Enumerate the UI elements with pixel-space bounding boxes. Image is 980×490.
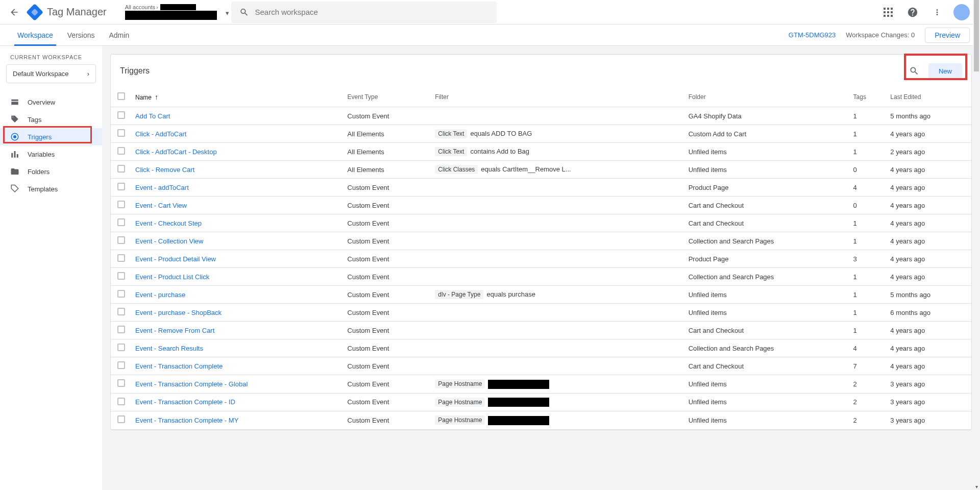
back-button[interactable] (4, 2, 24, 22)
trigger-name-link[interactable]: Event - Collection View (135, 237, 203, 245)
folders-icon (10, 167, 19, 176)
row-checkbox[interactable] (117, 290, 125, 298)
trigger-name-link[interactable]: Event - Transaction Complete - MY (135, 416, 238, 424)
table-row[interactable]: Event - Remove From CartCustom EventCart… (111, 322, 971, 339)
tag-manager-logo-icon (26, 4, 43, 21)
table-row[interactable]: Event - Cart ViewCustom EventCart and Ch… (111, 197, 971, 214)
trigger-name-link[interactable]: Event - Search Results (135, 345, 203, 352)
row-checkbox[interactable] (117, 111, 125, 119)
tab-admin[interactable]: Admin (102, 24, 136, 46)
row-checkbox[interactable] (117, 201, 125, 208)
tags-count: 0 (849, 197, 887, 214)
filter-chip: Page Hostname (435, 398, 485, 407)
event-type: All Elements (344, 161, 431, 179)
row-checkbox[interactable] (117, 344, 125, 351)
table-row[interactable]: Event - Product Detail ViewCustom EventP… (111, 250, 971, 268)
row-checkbox[interactable] (117, 129, 125, 137)
trigger-name-link[interactable]: Event - Cart View (135, 202, 187, 209)
search-box[interactable] (231, 2, 497, 23)
row-checkbox[interactable] (117, 147, 125, 155)
container-id[interactable]: GTM-5DMG923 (789, 31, 836, 39)
table-row[interactable]: Event - Product List ClickCustom EventCo… (111, 268, 971, 286)
row-checkbox[interactable] (117, 308, 125, 315)
row-checkbox[interactable] (117, 183, 125, 190)
row-checkbox[interactable] (117, 415, 125, 423)
preview-button[interactable]: Preview (925, 28, 970, 43)
tab-workspace[interactable]: Workspace (10, 24, 60, 46)
folder-cell: Cart and Checkout (684, 214, 849, 232)
workspace-selector[interactable]: Default Workspace › (6, 64, 96, 83)
table-row[interactable]: Event - addToCartCustom EventProduct Pag… (111, 179, 971, 197)
trigger-name-link[interactable]: Event - addToCart (135, 184, 189, 191)
trigger-name-link[interactable]: Click - AddToCart (135, 130, 186, 138)
row-checkbox[interactable] (117, 326, 125, 333)
table-row[interactable]: Event - purchase - ShopBackCustom EventU… (111, 304, 971, 322)
col-folder[interactable]: Folder (684, 87, 849, 107)
sidebar-item-overview[interactable]: Overview (0, 93, 102, 111)
trigger-name-link[interactable]: Click - AddToCart - Desktop (135, 148, 217, 156)
table-row[interactable]: Event - purchaseCustom Eventdlv - Page T… (111, 286, 971, 304)
row-checkbox[interactable] (117, 236, 125, 244)
scrollbar-thumb[interactable] (974, 0, 979, 71)
table-row[interactable]: Click - Remove CartAll ElementsClick Cla… (111, 161, 971, 179)
col-tags[interactable]: Tags (849, 87, 887, 107)
table-row[interactable]: Event - Transaction Complete - IDCustom … (111, 393, 971, 411)
trigger-name-link[interactable]: Event - Checkout Step (135, 219, 202, 227)
sidebar-item-triggers[interactable]: Triggers (0, 128, 102, 145)
col-name[interactable]: Name↑ (131, 87, 344, 107)
more-vert-icon (933, 8, 942, 17)
tags-count: 2 (849, 375, 887, 394)
table-row[interactable]: Event - Transaction Complete - GlobalCus… (111, 375, 971, 394)
search-input[interactable] (255, 8, 488, 16)
panel-search-button[interactable] (904, 61, 924, 81)
more-menu-button[interactable] (927, 2, 947, 22)
new-trigger-button[interactable]: New (928, 63, 962, 79)
user-avatar[interactable] (953, 4, 970, 20)
trigger-name-link[interactable]: Event - Product Detail View (135, 255, 216, 263)
search-icon (909, 66, 919, 76)
col-edited[interactable]: Last Edited (886, 87, 971, 107)
trigger-name-link[interactable]: Event - purchase - ShopBack (135, 309, 222, 316)
trigger-name-link[interactable]: Event - Product List Click (135, 273, 209, 281)
table-row[interactable]: Event - Search ResultsCustom EventCollec… (111, 339, 971, 357)
filter-chip: dlv - Page Type (435, 290, 483, 299)
col-event[interactable]: Event Type (344, 87, 431, 107)
row-checkbox[interactable] (117, 165, 125, 173)
row-checkbox[interactable] (117, 398, 125, 405)
col-filter[interactable]: Filter (431, 87, 684, 107)
row-checkbox[interactable] (117, 361, 125, 369)
table-row[interactable]: Click - AddToCartAll ElementsClick Texte… (111, 125, 971, 143)
sidebar-item-tags[interactable]: Tags (0, 111, 102, 128)
trigger-name-link[interactable]: Event - Remove From Cart (135, 327, 214, 334)
table-row[interactable]: Click - AddToCart - DesktopAll ElementsC… (111, 143, 971, 161)
table-row[interactable]: Add To CartCustom EventGA4 Shopify Data1… (111, 107, 971, 125)
event-type: Custom Event (344, 232, 431, 250)
scrollbar[interactable]: ▾ (973, 0, 980, 490)
sidebar-item-templates[interactable]: Templates (0, 180, 102, 198)
trigger-name-link[interactable]: Click - Remove Cart (135, 166, 194, 174)
tab-versions[interactable]: Versions (60, 24, 102, 46)
row-checkbox[interactable] (117, 218, 125, 226)
table-row[interactable]: Event - Collection ViewCustom EventColle… (111, 232, 971, 250)
tags-count: 2 (849, 411, 887, 430)
sidebar-item-folders[interactable]: Folders (0, 163, 102, 180)
table-row[interactable]: Event - Transaction Complete - MYCustom … (111, 411, 971, 430)
scrollbar-down-icon[interactable]: ▾ (973, 483, 980, 490)
trigger-name-link[interactable]: Add To Cart (135, 112, 170, 120)
row-checkbox[interactable] (117, 254, 125, 262)
table-row[interactable]: Event - Checkout StepCustom EventCart an… (111, 214, 971, 232)
apps-button[interactable] (878, 2, 898, 22)
help-button[interactable] (902, 2, 923, 22)
trigger-name-link[interactable]: Event - Transaction Complete (135, 362, 223, 370)
row-checkbox[interactable] (117, 379, 125, 387)
account-selector[interactable]: All accounts › ▾ (121, 2, 221, 22)
select-all-checkbox[interactable] (117, 92, 125, 100)
trigger-name-link[interactable]: Event - Transaction Complete - Global (135, 380, 248, 388)
filter-cell: Click Textequals ADD TO BAG (431, 125, 684, 143)
filter-cell (431, 232, 684, 250)
row-checkbox[interactable] (117, 272, 125, 280)
sidebar-item-variables[interactable]: Variables (0, 145, 102, 163)
trigger-name-link[interactable]: Event - Transaction Complete - ID (135, 398, 235, 406)
trigger-name-link[interactable]: Event - purchase (135, 291, 185, 299)
table-row[interactable]: Event - Transaction CompleteCustom Event… (111, 357, 971, 375)
